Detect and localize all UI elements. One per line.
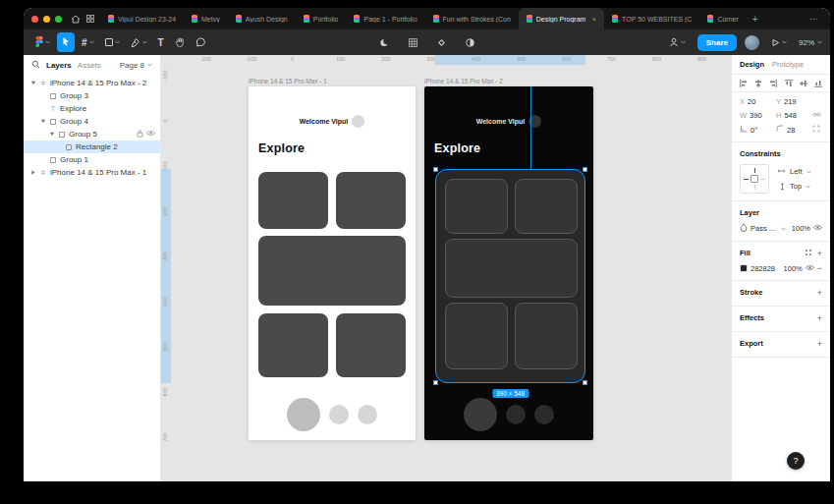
blend-mode-select[interactable]: Pass through [751,224,778,233]
apps-grid-icon[interactable] [86,15,94,23]
file-tab-active[interactable]: Design Program× [519,8,604,29]
align-top-icon[interactable] [785,80,793,87]
component-button[interactable] [433,32,450,52]
align-h-center-icon[interactable] [754,80,762,87]
move-tool[interactable] [57,32,75,52]
independent-corners-icon[interactable] [812,125,822,135]
hand-tool[interactable] [171,32,189,52]
present-button[interactable] [767,32,791,52]
add-effect-button[interactable]: + [817,313,822,323]
tab-design[interactable]: Design [740,60,764,69]
selected-rectangle-2[interactable]: 390 × 548 [435,169,585,383]
file-tab[interactable]: Vipul Design 23-24 [100,8,184,29]
h-value[interactable]: 548 [784,111,797,120]
caret-down-icon[interactable] [48,132,55,137]
layer-row-group-1[interactable]: Group 1 [24,153,160,166]
shape-tool[interactable] [101,32,124,52]
tab-prototype[interactable]: Prototype [772,60,804,69]
window-minimize-button[interactable] [43,16,50,23]
search-icon[interactable] [31,60,40,71]
rotation-value[interactable]: 0° [751,126,757,135]
add-export-button[interactable]: + [817,339,822,349]
constraints-widget[interactable] [740,164,769,194]
eye-icon[interactable] [146,130,155,139]
card[interactable] [445,179,508,234]
frame-label[interactable]: iPhone 14 & 15 Pro Max - 1 [249,78,327,84]
fill-opacity-value[interactable]: 100% [784,264,803,273]
selection-handle[interactable] [583,167,587,172]
welcome-text[interactable]: Welcome Vipul [476,118,526,125]
lock-icon[interactable] [137,130,143,140]
caret-right-icon[interactable] [29,170,36,175]
selection-handle[interactable] [433,380,438,385]
style-icon[interactable] [805,249,812,258]
layer-row-group-3[interactable]: Group 3 [24,89,160,102]
circle-small[interactable] [329,405,349,424]
frame-iphone-2[interactable]: Welcome Vipul Explore 390 × 548 [424,86,593,440]
x-field[interactable]: X20 [740,97,776,106]
layer-row-rectangle-2-selected[interactable]: Rectangle 2 [24,140,160,153]
window-close-button[interactable] [31,16,38,23]
corner-radius-field[interactable]: 28 [776,125,812,135]
rotation-field[interactable]: 0° [740,125,776,135]
circle-large[interactable] [287,398,320,431]
explore-heading[interactable]: Explore [258,141,305,155]
home-icon[interactable] [71,15,81,24]
circle-large[interactable] [464,398,497,431]
align-bottom-icon[interactable] [814,80,822,87]
mask-tool[interactable] [376,32,393,52]
card-wide[interactable] [445,239,578,298]
zoom-control[interactable]: 92% [799,38,822,47]
tab-layers[interactable]: Layers [46,61,72,70]
contrast-button[interactable] [462,32,478,52]
circle-small[interactable] [534,405,554,424]
selection-handle[interactable] [583,380,587,385]
align-left-icon[interactable] [740,80,748,87]
card[interactable] [515,179,578,234]
card[interactable] [336,172,406,229]
fill-hex-value[interactable]: 282828 [751,264,775,273]
multiplayer-button[interactable] [665,32,690,52]
card[interactable] [258,172,328,229]
selection-handle[interactable] [433,167,438,172]
vertical-constraint-select[interactable]: Top [777,182,822,192]
layout-grid-button[interactable] [405,32,421,52]
constrain-proportions-icon[interactable] [812,110,822,121]
fill-color-swatch[interactable] [740,264,748,272]
remove-fill-button[interactable]: − [817,263,822,273]
file-tab[interactable]: Metvy [184,8,228,29]
y-field[interactable]: Y219 [776,97,812,106]
layer-row-group-4[interactable]: Group 4 [24,115,160,128]
file-tab[interactable]: Fun with Strokes (Con [425,8,519,29]
card[interactable] [445,303,508,369]
layer-row-group-5[interactable]: Group 5 [24,128,160,140]
frame-label[interactable]: iPhone 14 & 15 Pro Max - 2 [424,78,503,84]
card[interactable] [258,313,328,377]
card-wide[interactable] [258,236,406,306]
layer-row-frame-2[interactable]: #iPhone 14 & 15 Pro Max - 2 [24,77,160,89]
file-tab[interactable]: Ayush Design [228,8,296,29]
close-icon[interactable]: × [591,15,596,24]
frame-iphone-1[interactable]: Welcome Vipul Explore [249,86,416,440]
welcome-text[interactable]: Welcome Vipul [300,118,349,125]
eye-icon[interactable] [806,264,814,273]
circle-small[interactable] [506,405,526,424]
corner-radius-value[interactable]: 28 [787,126,795,135]
x-value[interactable]: 20 [748,97,755,106]
caret-down-icon[interactable] [39,119,46,124]
align-right-icon[interactable] [769,80,777,87]
frame-tool[interactable]: # [78,32,98,52]
share-button[interactable]: Share [697,34,737,51]
eye-icon[interactable] [813,224,822,233]
card[interactable] [515,303,578,369]
help-button[interactable]: ? [787,452,805,470]
circle-small[interactable] [358,405,377,424]
canvas[interactable]: -200 -100 0 100 200 300 400 500 600 700 … [161,55,731,481]
file-tab[interactable]: Corner [699,8,746,29]
pen-tool[interactable] [127,32,151,52]
layer-row-frame-1[interactable]: #iPhone 14 & 15 Pro Max - 1 [24,166,160,179]
add-fill-button[interactable]: + [817,249,822,258]
layer-row-explore[interactable]: TExplore [24,102,160,115]
height-field[interactable]: H548 [776,111,812,120]
y-value[interactable]: 219 [784,97,797,106]
